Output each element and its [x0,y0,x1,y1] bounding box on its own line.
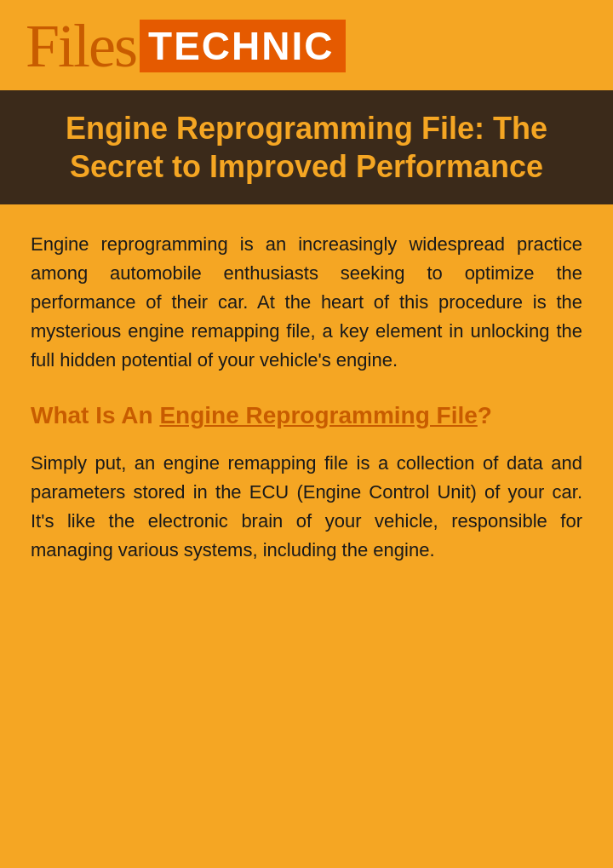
main-content: Engine reprogramming is an increasingly … [0,204,613,868]
logo-technic-box: TECHNIC [140,20,346,72]
page-wrapper: Files TECHNIC Engine Reprogramming File:… [0,0,613,868]
logo-section: Files TECHNIC [0,0,613,85]
section1-heading-link[interactable]: Engine Reprogramming File [159,402,477,428]
section1-body: Simply put, an engine remapping file is … [31,449,582,565]
title-banner: Engine Reprogramming File: The Secret to… [0,90,613,204]
section1-heading: What Is An Engine Reprogramming File? [31,400,582,431]
intro-paragraph: Engine reprogramming is an increasingly … [31,230,582,375]
section1-heading-suffix: ? [478,402,492,428]
logo-technic-text: TECHNIC [148,24,334,68]
page-title: Engine Reprogramming File: The Secret to… [34,109,579,186]
logo-files-text: Files [26,15,136,77]
section1-heading-prefix: What Is An [31,402,153,428]
